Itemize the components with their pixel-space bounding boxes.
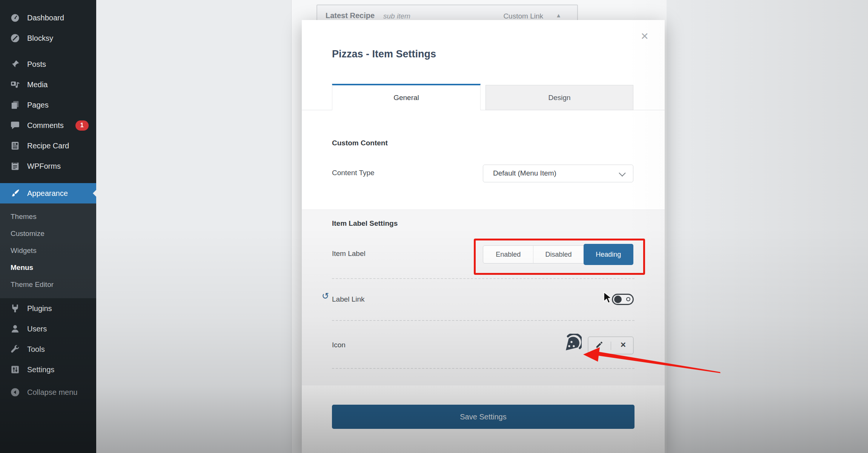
sidebar-item-label: Recipe Card	[27, 142, 69, 150]
sidebar-item-label: Dashboard	[27, 14, 64, 22]
sidebar-item-label: Comments	[27, 121, 64, 130]
menu-item-qualifier: sub item	[383, 12, 410, 20]
collapse-icon	[10, 387, 20, 397]
media-icon	[10, 80, 20, 89]
sidebar-item-posts[interactable]: Posts	[0, 54, 96, 74]
segment-disabled[interactable]: Disabled	[533, 246, 583, 263]
comment-icon	[10, 120, 20, 130]
pizza-slice-icon	[564, 334, 582, 352]
pencil-icon[interactable]	[595, 341, 604, 349]
dashed-divider	[332, 368, 634, 369]
form-icon	[10, 161, 20, 171]
caret-up-icon: ▲	[556, 12, 561, 18]
tab-label: General	[393, 94, 419, 102]
dashboard-icon	[10, 13, 20, 23]
sidebar-item-dashboard[interactable]: Dashboard	[0, 8, 96, 28]
sidebar-item-label: Collapse menu	[27, 388, 77, 397]
sidebar-item-comments[interactable]: Comments 1	[0, 115, 96, 136]
submenu-label: Themes	[11, 213, 37, 221]
toggle-off-ring	[626, 297, 630, 301]
vertical-divider	[611, 342, 611, 350]
comments-count-badge: 1	[75, 120, 89, 131]
sidebar-item-label: Users	[27, 325, 47, 333]
item-label-settings-heading: Item Label Settings	[332, 219, 398, 228]
pages-icon	[10, 100, 20, 110]
tab-general[interactable]: General	[332, 84, 481, 110]
pushpin-icon	[10, 59, 20, 69]
menu-item-title: Latest Recipe	[326, 11, 375, 20]
sidebar-item-widgets[interactable]: Widgets	[0, 242, 96, 259]
tab-design[interactable]: Design	[485, 85, 633, 110]
content-type-label: Content Type	[332, 169, 375, 177]
sidebar-item-wpforms[interactable]: WPForms	[0, 156, 96, 176]
sidebar-item-label: Blocksy	[27, 34, 53, 43]
modal-title: Pizzas - Item Settings	[332, 48, 436, 60]
brush-icon	[10, 188, 20, 198]
sidebar-item-label: Settings	[27, 365, 54, 374]
item-label-label: Item Label	[332, 250, 366, 258]
sidebar-item-plugins[interactable]: Plugins	[0, 298, 96, 319]
sidebar-item-label: Appearance	[27, 189, 68, 198]
chevron-down-icon	[619, 169, 625, 176]
sidebar-item-themes[interactable]: Themes	[0, 208, 96, 225]
sidebar-separator	[0, 48, 96, 54]
segment-heading[interactable]: Heading	[584, 244, 633, 265]
recipe-card-icon	[10, 141, 20, 151]
plug-icon	[10, 304, 20, 313]
sidebar-item-label: Media	[27, 80, 48, 89]
save-settings-button[interactable]: Save Settings	[332, 405, 634, 429]
sidebar-item-collapse-menu[interactable]: Collapse menu	[0, 382, 96, 402]
item-settings-modal: ✕ Pizzas - Item Settings General Design …	[302, 20, 665, 453]
label-link-toggle[interactable]	[612, 294, 634, 305]
reset-icon[interactable]: ↺	[322, 291, 329, 301]
sidebar-item-users[interactable]: Users	[0, 319, 96, 339]
dashed-divider	[332, 278, 634, 279]
content-type-value: Default (Menu Item)	[493, 169, 556, 177]
label-link-label: Label Link	[332, 295, 365, 304]
sidebar-item-media[interactable]: Media	[0, 74, 96, 95]
sidebar-item-menus[interactable]: Menus	[0, 259, 96, 276]
remove-icon[interactable]: ✕	[620, 341, 626, 349]
wrench-icon	[10, 344, 20, 354]
sidebar-separator	[0, 176, 96, 183]
current-item-arrow	[93, 190, 96, 197]
sidebar-item-appearance[interactable]: Appearance	[0, 183, 96, 203]
submenu-label: Customize	[11, 230, 45, 238]
sidebar-item-settings[interactable]: Settings	[0, 359, 96, 380]
appearance-submenu: Themes Customize Widgets Menus Theme Edi…	[0, 203, 96, 298]
item-label-segmented-control: Enabled Disabled Heading	[483, 245, 633, 263]
user-icon	[10, 324, 20, 334]
sidebar-item-tools[interactable]: Tools	[0, 339, 96, 359]
segment-enabled[interactable]: Enabled	[483, 246, 533, 263]
sidebar-item-theme-editor[interactable]: Theme Editor	[0, 276, 96, 293]
submenu-label: Theme Editor	[11, 280, 54, 289]
sidebar-item-pages[interactable]: Pages	[0, 95, 96, 115]
sidebar-item-label: Posts	[27, 60, 46, 69]
admin-sidebar: Dashboard Blocksy Posts Media Page	[0, 0, 96, 453]
segment-label: Disabled	[545, 251, 571, 259]
submenu-label: Widgets	[11, 247, 37, 255]
sliders-icon	[10, 365, 20, 374]
wordpress-admin-screen: Latest Recipe sub item Custom Link ▲ Das…	[0, 0, 868, 453]
menu-item-type: Custom Link	[503, 12, 543, 20]
sidebar-item-blocksy[interactable]: Blocksy	[0, 28, 96, 48]
sidebar-item-label: Tools	[27, 345, 45, 354]
blocksy-icon	[10, 33, 20, 43]
dashed-divider	[332, 320, 634, 321]
toggle-knob	[614, 296, 622, 303]
custom-content-heading: Custom Content	[332, 139, 388, 147]
tab-label: Design	[548, 94, 570, 102]
sidebar-item-label: WPForms	[27, 162, 61, 171]
segment-label: Heading	[596, 251, 621, 259]
sidebar-item-customize[interactable]: Customize	[0, 225, 96, 242]
sidebar-item-label: Plugins	[27, 304, 52, 313]
segment-label: Enabled	[496, 251, 521, 259]
submenu-label: Menus	[11, 263, 33, 272]
icon-actions-group: ✕	[588, 336, 634, 354]
content-type-select[interactable]: Default (Menu Item)	[483, 165, 633, 182]
sidebar-item-recipe-card[interactable]: Recipe Card	[0, 136, 96, 156]
icon-label: Icon	[332, 341, 346, 349]
sidebar-item-label: Pages	[27, 101, 49, 109]
close-icon[interactable]: ✕	[641, 31, 649, 41]
